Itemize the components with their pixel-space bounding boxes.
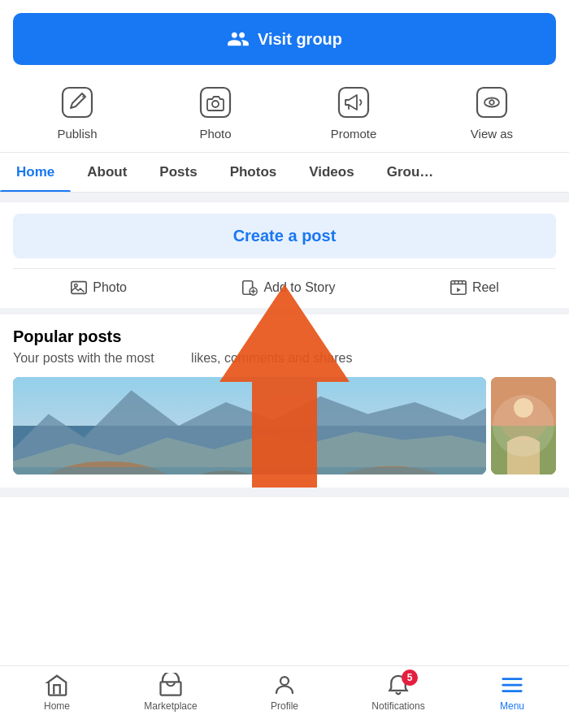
edit-icon (61, 86, 93, 119)
photo-icon-wrapper (196, 83, 235, 122)
bottom-nav-marketplace[interactable]: Marketplace (114, 673, 228, 712)
tab-photos[interactable]: Photos (214, 153, 293, 192)
reel-label: Reel (472, 280, 499, 295)
popular-posts-title: Popular posts (13, 327, 556, 346)
promote-label: Promote (331, 127, 377, 141)
view-as-action[interactable]: View as (423, 83, 561, 141)
tab-home[interactable]: Home (0, 153, 71, 192)
camera-icon (199, 86, 232, 119)
bottom-nav-home-label: Home (44, 700, 70, 712)
popular-posts-section: Popular posts Your posts with the most l… (0, 314, 569, 488)
reel-action[interactable]: Reel (450, 279, 499, 297)
photo-small-icon (70, 279, 88, 297)
svg-rect-26 (161, 682, 181, 695)
svg-point-5 (484, 98, 499, 107)
post-image-secondary[interactable] (491, 377, 556, 474)
bottom-nav-home[interactable]: Home (0, 673, 114, 712)
bottom-nav-profile-label: Profile (271, 700, 298, 712)
create-post-label: Create a post (233, 227, 337, 245)
bottom-nav-menu[interactable]: Menu (455, 673, 569, 712)
view-as-icon-wrapper (472, 83, 511, 122)
post-image-main[interactable] (13, 377, 486, 474)
visit-group-button[interactable]: Visit group (13, 13, 556, 65)
tab-groups[interactable]: Grou… (371, 153, 450, 192)
quick-actions-bar: Publish Photo Promote (0, 75, 569, 153)
group-icon (227, 28, 250, 50)
tab-posts[interactable]: Posts (143, 153, 213, 192)
bottom-nav: Home Marketplace Profile 5 Notifications… (0, 665, 569, 728)
svg-rect-0 (63, 88, 92, 117)
profile-icon (272, 673, 297, 697)
publish-label: Publish (57, 127, 97, 141)
menu-icon (500, 673, 524, 697)
add-story-icon (241, 279, 258, 297)
add-to-story-label: Add to Story (263, 280, 335, 295)
megaphone-icon (337, 86, 370, 119)
visit-group-label: Visit group (258, 30, 342, 49)
svg-point-6 (489, 100, 494, 105)
svg-point-8 (75, 284, 78, 287)
marketplace-icon (159, 673, 183, 697)
bottom-nav-profile[interactable]: Profile (228, 673, 341, 712)
notifications-badge: 5 (402, 670, 418, 686)
nav-tabs-bar: Home About Posts Photos Videos Grou… (0, 153, 569, 193)
create-post-card: Create a post Photo Add to Story (0, 202, 569, 308)
tab-about[interactable]: About (71, 153, 143, 192)
promote-icon-wrapper (334, 83, 373, 122)
eye-icon (476, 86, 508, 119)
bottom-nav-menu-label: Menu (500, 700, 524, 712)
post-photo-label: Photo (93, 280, 127, 295)
svg-point-27 (280, 677, 289, 685)
tab-videos[interactable]: Videos (293, 153, 370, 192)
reel-icon (450, 279, 467, 297)
view-as-label: View as (471, 127, 513, 141)
bottom-nav-marketplace-label: Marketplace (144, 700, 197, 712)
post-photo-action[interactable]: Photo (70, 279, 127, 297)
add-to-story-action[interactable]: Add to Story (241, 279, 335, 297)
svg-rect-1 (201, 88, 230, 117)
svg-rect-3 (339, 88, 368, 117)
svg-point-24 (493, 395, 554, 457)
bottom-nav-notifications-label: Notifications (371, 700, 424, 712)
home-icon (45, 673, 69, 697)
create-post-button[interactable]: Create a post (13, 214, 556, 258)
svg-point-2 (212, 101, 219, 107)
promote-action[interactable]: Promote (284, 83, 423, 141)
svg-rect-4 (477, 88, 506, 117)
photo-action[interactable]: Photo (146, 83, 284, 141)
popular-posts-subtitle: Your posts with the most likes, likes, c… (13, 351, 556, 366)
post-images-row (13, 377, 556, 474)
content-area: Create a post Photo Add to Story (0, 193, 569, 497)
publish-action[interactable]: Publish (8, 83, 146, 141)
svg-rect-18 (13, 467, 486, 474)
post-media-actions: Photo Add to Story Reel (13, 268, 556, 297)
photo-label: Photo (199, 127, 231, 141)
bottom-nav-notifications[interactable]: 5 Notifications (341, 673, 455, 712)
publish-icon-wrapper (58, 83, 97, 122)
